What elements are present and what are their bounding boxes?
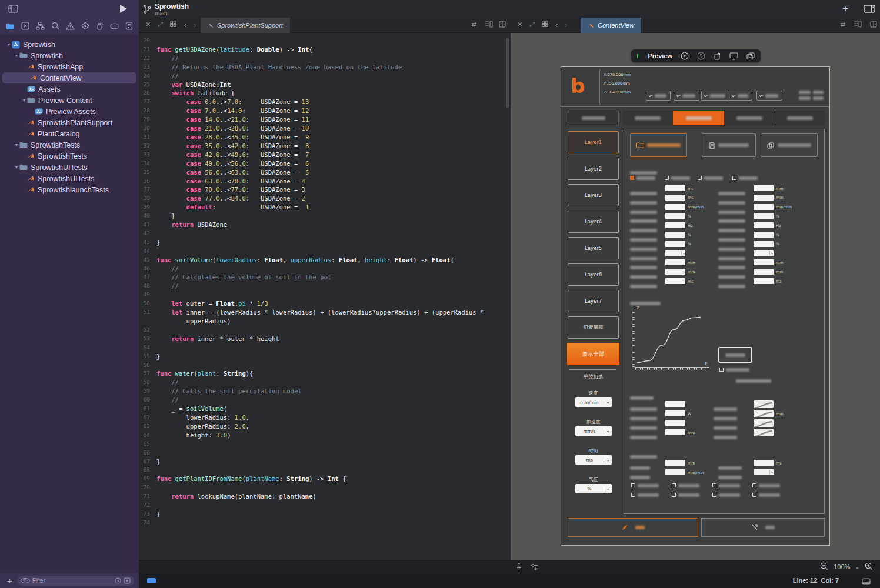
code-line[interactable]: 25 var USDAZone:Int: [139, 81, 511, 89]
header-tool-chip[interactable]: [756, 91, 782, 101]
option-checkbox-5[interactable]: [631, 492, 666, 497]
code-line[interactable]: 69func getPlantIDFromName(plantName: Str…: [139, 475, 511, 483]
sidebar-item-plantcatalog[interactable]: PlantCatalog: [0, 128, 139, 139]
code-line[interactable]: 32 case 35.0..<42.0: USDAZone = 8: [139, 142, 511, 151]
code-line[interactable]: 61 _ = soilVolume(: [139, 405, 511, 413]
param-input[interactable]: [665, 241, 685, 247]
code-line[interactable]: 70: [139, 483, 511, 492]
code-line[interactable]: 51 let inner = (lowerRadius * lowerRadiu…: [139, 308, 511, 317]
unit-select-2[interactable]: mm/s▾: [575, 426, 612, 436]
grid-editor-icon[interactable]: [170, 21, 176, 28]
layer-button-7[interactable]: Layer7: [568, 290, 619, 312]
source-editor[interactable]: 2021func getUSDAZone(latitude: Double) -…: [139, 33, 511, 560]
param-select[interactable]: [754, 469, 774, 475]
close-editor-icon[interactable]: ✕: [145, 21, 151, 28]
play-preview-icon[interactable]: [681, 52, 689, 60]
code-line[interactable]: 50 let outer = Float.pi * 1/3: [139, 299, 511, 308]
param-input[interactable]: [665, 232, 685, 238]
mode-checkbox-1[interactable]: [630, 175, 661, 181]
code-line[interactable]: 40 }: [139, 212, 511, 220]
code-line[interactable]: 35 case 56.0..<63.0: USDAZone = 5: [139, 168, 511, 177]
curve-value-box[interactable]: [718, 347, 752, 363]
sidebar-item-contentview[interactable]: ContentView: [2, 72, 136, 83]
code-line[interactable]: 43}: [139, 238, 511, 247]
waveform-thumbnail[interactable]: [754, 419, 774, 427]
checkbox-icon[interactable]: [712, 483, 716, 487]
param-input[interactable]: [754, 278, 774, 284]
checkbox-icon[interactable]: [631, 493, 635, 497]
code-line[interactable]: 27 case 0.0..<7.0: USDAZone = 13: [139, 98, 511, 106]
swap-preview-icon[interactable]: ⇄: [840, 21, 845, 28]
code-line[interactable]: 39 default: USDAZone = 1: [139, 203, 511, 212]
option-checkbox-4[interactable]: [752, 483, 788, 488]
back-icon[interactable]: ‹: [184, 21, 186, 29]
option-checkbox-2[interactable]: [672, 483, 707, 488]
code-line[interactable]: 30 case 21.0..<28.0: USDAZone = 10: [139, 124, 511, 133]
param-input[interactable]: [665, 222, 685, 228]
breakpoint-indicator[interactable]: [147, 578, 156, 583]
zoom-in-icon[interactable]: [865, 562, 873, 572]
code-line[interactable]: 73}: [139, 510, 511, 519]
unit-select-1[interactable]: mm/min▾: [575, 397, 612, 407]
param-input[interactable]: [665, 204, 685, 210]
sidebar-item-sprowtishuitests[interactable]: SprowtishUITests: [0, 173, 139, 184]
show-all-button[interactable]: 显示全部: [567, 343, 619, 365]
chevron-down-icon[interactable]: ▾: [14, 142, 19, 148]
waveform-thumbnail[interactable]: [754, 410, 774, 417]
chevron-down-icon[interactable]: ▾: [14, 165, 19, 170]
header-tool-chip[interactable]: [674, 91, 699, 101]
header-tool-chip[interactable]: [729, 91, 752, 101]
header-tool-chip[interactable]: [701, 91, 729, 101]
recents-icon[interactable]: [115, 577, 121, 584]
sidebar-item-sprowtishuitests[interactable]: ▾SprowtishUITests: [0, 162, 139, 173]
param-input[interactable]: [665, 460, 685, 466]
param-select[interactable]: [665, 250, 685, 256]
find-navigator-icon[interactable]: [21, 22, 29, 31]
checkbox-icon[interactable]: [752, 493, 756, 497]
param-input[interactable]: [754, 204, 774, 210]
swap-editors-icon[interactable]: ⇄: [471, 21, 476, 28]
device-tab-1[interactable]: [622, 111, 673, 125]
editor-layout-icon[interactable]: [864, 5, 875, 15]
enable-checkbox-row[interactable]: [719, 367, 790, 372]
monitor-icon[interactable]: [729, 52, 738, 60]
zoom-chevron-icon[interactable]: ⌄: [855, 564, 859, 570]
unit-select-4[interactable]: %▾: [575, 484, 612, 493]
tab-sprowtishplantsupport[interactable]: SprowtishPlantSupport: [201, 18, 290, 33]
param-input[interactable]: [754, 185, 774, 191]
param-input[interactable]: [754, 213, 774, 219]
pin-preview-icon[interactable]: [697, 52, 705, 60]
code-line[interactable]: 46 //: [139, 265, 511, 273]
sidebar-item-sprowtish[interactable]: ▾Sprowtish: [0, 39, 139, 50]
code-line[interactable]: 48 //: [139, 282, 511, 290]
code-line[interactable]: 28 case 7.0..<14.0: USDAZone = 12: [139, 106, 511, 115]
code-line[interactable]: 54: [139, 343, 511, 352]
layer-button-5[interactable]: Layer5: [568, 237, 619, 259]
checkbox-icon[interactable]: [712, 493, 716, 497]
code-line[interactable]: 57func water(plant: String){: [139, 369, 511, 378]
param-input[interactable]: [754, 460, 774, 466]
param-input[interactable]: [665, 185, 685, 191]
project-navigator-icon[interactable]: [6, 22, 15, 31]
expand-editor-icon[interactable]: ⤢: [158, 21, 163, 28]
mode-checkbox-4[interactable]: [732, 175, 763, 181]
mode-checkbox-3[interactable]: [698, 175, 728, 181]
copy-process-button[interactable]: [761, 133, 818, 157]
code-line[interactable]: 45func soilVolume(lowerRadius: Float, up…: [139, 256, 511, 265]
layer-button-3[interactable]: Layer3: [568, 184, 619, 206]
preview-list-icon[interactable]: [854, 21, 862, 29]
code-line[interactable]: 63 upperRadius: 2.0,: [139, 422, 511, 431]
param-input[interactable]: [665, 195, 685, 201]
code-line[interactable]: 67}: [139, 457, 511, 466]
mode-checkbox-2[interactable]: [665, 175, 695, 181]
device-tab-4[interactable]: [775, 111, 825, 125]
filter-field[interactable]: Filter: [17, 576, 134, 586]
sidebar-item-sprowtishplantsupport[interactable]: SprowtishPlantSupport: [0, 117, 139, 128]
layer-button-4[interactable]: Layer4: [568, 211, 619, 233]
add-tab-button[interactable]: +: [842, 3, 848, 15]
checkbox-icon[interactable]: [719, 368, 724, 372]
code-line[interactable]: 52: [139, 326, 511, 335]
device-action-button-primary[interactable]: [568, 518, 698, 537]
code-line[interactable]: 22 //: [139, 54, 511, 63]
scm-filter-icon[interactable]: [124, 577, 131, 584]
